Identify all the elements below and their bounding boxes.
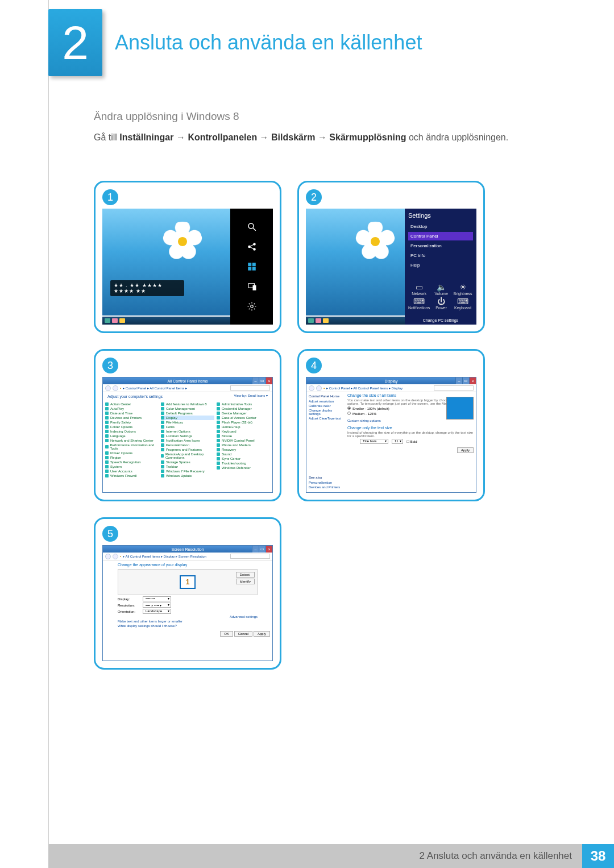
brightness-icon[interactable]: ☀Brightness [453,283,473,296]
min-button[interactable]: – [252,546,259,553]
cp-item[interactable]: User Accounts [105,469,159,474]
taskbar[interactable] [306,317,405,325]
max-button[interactable]: ▭ [462,377,469,384]
cp-item[interactable]: Language [105,434,159,438]
devices-charm[interactable] [247,281,257,292]
monitor-icon[interactable]: 1 [180,575,196,589]
left-link[interactable]: Change display settings [309,409,344,416]
cp-item[interactable]: Location Settings [161,434,214,438]
cp-item[interactable]: Taskbar [161,464,214,469]
cp-item[interactable]: Administrative Tools [217,402,270,406]
cancel-button[interactable]: Cancel [234,631,253,637]
breadcrumb[interactable]: ▸ All Control Panel Items ▸ Display ▸ Sc… [123,554,206,558]
identify-button[interactable]: Identify [236,579,255,584]
cp-item[interactable]: Region [105,455,159,460]
volume-icon[interactable]: 🔈Volume [431,283,451,296]
cp-item[interactable]: Performance Information and Tools [105,443,159,451]
cp-item[interactable]: Recovery [217,447,270,452]
cp-item[interactable]: RemoteApp and Desktop Connections [161,452,214,460]
settings-item-control-panel[interactable]: Control Panel [408,232,473,240]
left-link[interactable]: Adjust resolution [309,400,344,403]
cp-item[interactable]: Flash Player (32-bit) [217,420,270,425]
ok-button[interactable]: OK [220,631,233,637]
custom-link[interactable]: Custom sizing options [347,419,381,422]
apply-button[interactable]: Apply [254,631,270,637]
cp-item[interactable]: AutoPlay [105,406,159,411]
breadcrumb[interactable]: ▸ Control Panel ▸ All Control Panel Item… [123,386,187,390]
settings-item[interactable]: Personalization [408,242,473,250]
notifications-icon[interactable]: ⌨Notifications [408,297,430,310]
cp-item[interactable]: Windows Defender [217,466,270,470]
cp-item[interactable]: Devices and Printers [105,416,159,420]
help-link[interactable]: What display settings should I choose? [118,624,270,628]
cp-item[interactable]: Programs and Features [161,447,214,452]
close-button[interactable]: × [469,377,476,384]
left-link[interactable]: Adjust ClearType text [309,417,344,420]
cp-item[interactable]: HomeGroup [217,425,270,429]
cp-item[interactable]: Windows 7 File Recovery [161,469,214,474]
cp-item[interactable]: Folder Options [105,425,159,429]
cp-item[interactable]: Mouse [217,434,270,438]
cp-item[interactable]: Add features to Windows 8 [161,402,214,406]
cp-item[interactable]: Power Options [105,451,159,455]
search-input[interactable] [434,385,474,391]
size-select[interactable]: 11 [392,439,403,444]
back-button[interactable] [105,385,111,391]
cp-item[interactable]: Keyboard [217,429,270,434]
cp-item[interactable]: Credential Manager [217,406,270,411]
cp-item[interactable]: Action Center [105,402,159,406]
detect-button[interactable]: Detect [236,572,255,578]
settings-item[interactable]: PC info [408,251,473,260]
resize-link[interactable]: Make text and other items larger or smal… [118,620,270,623]
cp-item[interactable]: Device Manager [217,411,270,416]
min-button[interactable]: – [252,377,259,384]
close-button[interactable]: × [265,377,272,384]
cp-item[interactable]: Internet Options [161,429,214,434]
cp-item[interactable]: File History [161,420,214,425]
orientation-select[interactable]: Landscape [143,609,171,614]
settings-charm[interactable] [247,301,257,312]
settings-item[interactable]: Help [408,261,473,269]
bold-checkbox[interactable]: ☐ Bold [406,439,417,443]
see-link[interactable]: Devices and Printers [309,485,340,489]
cp-item[interactable]: Color Management [161,406,214,411]
cp-item[interactable]: Personalization [161,443,214,447]
back-button[interactable] [105,554,111,559]
power-icon[interactable]: ⏻Power [431,297,451,310]
cp-item[interactable]: Notification Area Icons [161,438,214,443]
cp-item[interactable]: Network and Sharing Center [105,438,159,443]
cp-item[interactable]: NVIDIA Control Panel [217,438,270,443]
search-input[interactable] [230,554,270,559]
see-link[interactable]: Personalization [309,481,340,484]
settings-item[interactable]: Desktop [408,222,473,231]
cp-item[interactable]: Family Safety [105,420,159,425]
search-input[interactable] [230,385,270,391]
cp-item[interactable]: Troubleshooting [217,461,270,466]
fwd-button[interactable] [113,554,118,559]
max-button[interactable]: ▭ [259,546,265,553]
breadcrumb[interactable]: ▸ Control Panel ▸ All Control Panel Item… [326,386,403,390]
fwd-button[interactable] [113,385,118,391]
max-button[interactable]: ▭ [259,377,265,384]
cp-item[interactable]: Phone and Modem [217,443,270,447]
network-icon[interactable]: ▭Network [408,283,430,296]
cp-item[interactable]: Fonts [161,425,214,429]
share-charm[interactable] [247,242,257,252]
cp-item[interactable]: System [105,464,159,469]
item-select[interactable]: Title bars [360,439,388,444]
cp-item[interactable]: Sync Center [217,456,270,461]
change-pc-settings-link[interactable]: Change PC settings [405,318,476,322]
cp-item[interactable]: Default Programs [161,411,214,416]
min-button[interactable]: – [455,377,462,384]
cp-item[interactable]: Sound [217,452,270,456]
cp-item[interactable]: Speech Recognition [105,460,159,464]
cp-item[interactable]: Indexing Options [105,429,159,434]
view-by[interactable]: View by: Small icons ▾ [234,393,268,397]
advanced-settings-link[interactable]: Advanced settings [118,615,258,618]
apply-button[interactable]: Apply [457,447,474,453]
taskbar[interactable] [102,317,230,325]
cp-item[interactable]: Windows Update [161,474,214,478]
cp-item[interactable]: Ease of Access Center [217,416,270,420]
back-button[interactable] [309,385,314,391]
keyboard-icon[interactable]: ⌨Keyboard [453,297,473,310]
